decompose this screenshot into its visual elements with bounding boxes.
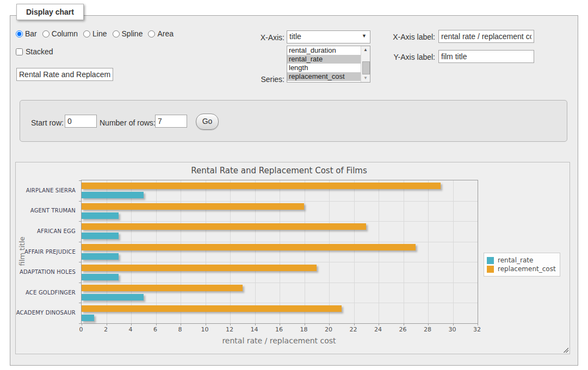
y-category-labels: AIRPLANE SIERRAAGENT TRUMANAFRICAN EGGAF… — [16, 180, 78, 323]
x-tick-mark — [329, 323, 330, 325]
gridline-vertical — [156, 180, 157, 323]
bar-rental_rate — [82, 233, 119, 239]
y-category-label: ADAPTATION HOLES — [20, 269, 76, 275]
x-tick-mark — [156, 323, 157, 325]
gridline-horizontal — [82, 242, 478, 242]
scroll-down-icon[interactable]: ▼ — [361, 74, 370, 82]
scroll-up-icon[interactable]: ▲ — [361, 46, 370, 54]
x-axis-select[interactable]: title ▼ — [287, 30, 370, 43]
x-tick-mark — [453, 323, 454, 325]
x-tick-mark — [206, 323, 206, 325]
bar-rental_rate — [82, 253, 119, 260]
bar-rental_rate — [82, 294, 144, 300]
x-tick-label: 14 — [251, 326, 258, 333]
x-tick-mark — [131, 323, 132, 325]
bar-replacement_cost — [82, 223, 366, 230]
x-tick-label: 12 — [226, 326, 233, 333]
bar-replacement_cost — [82, 203, 304, 210]
series-list-options: rental_durationrental_ratelengthreplacem… — [287, 46, 361, 81]
x-tick-mark — [379, 323, 379, 325]
x-tick-mark — [428, 323, 429, 325]
series-option-rental_rate[interactable]: rental_rate — [287, 55, 361, 64]
stacked-row[interactable]: Stacked — [16, 47, 53, 56]
x-axis-label-input[interactable] — [438, 30, 534, 43]
series-option-replacement_cost[interactable]: replacement_cost — [287, 72, 361, 81]
x-axis-label-label: X-Axis label: — [387, 33, 435, 41]
gridline-vertical — [354, 180, 355, 323]
num-rows-input[interactable] — [155, 115, 187, 128]
gridline-vertical — [107, 180, 107, 323]
legend-label: rental_rate — [498, 256, 533, 264]
x-tick-label: 4 — [129, 326, 133, 333]
chart-type-option-line[interactable]: Line — [83, 29, 107, 38]
bar-rental_rate — [82, 315, 94, 321]
y-category-label: ACADEMY DINOSAUR — [16, 310, 76, 316]
legend-swatch-replacement_cost — [487, 266, 494, 273]
x-tick-label: 28 — [424, 326, 431, 333]
x-tick-label: 16 — [275, 326, 283, 333]
chart-type-option-spline[interactable]: Spline — [113, 29, 143, 38]
chart-type-label: Column — [52, 29, 78, 38]
x-tick-mark — [280, 323, 280, 325]
gridline-horizontal — [82, 283, 478, 283]
scrollbar-thumb[interactable] — [362, 61, 370, 74]
chart-panel: Rental Rate and Replacement Cost of Film… — [15, 162, 570, 354]
gridline-vertical — [404, 180, 404, 323]
chart-type-row: BarColumnLineSplineArea — [16, 29, 177, 38]
y-category-label: AIRPLANE SIERRA — [26, 187, 76, 193]
y-axis-label-label: Y-Axis label: — [387, 53, 435, 61]
y-tick-mark — [79, 303, 82, 303]
chart-type-radio-line[interactable] — [83, 30, 90, 37]
start-row-input[interactable] — [65, 115, 97, 128]
chevron-down-icon: ▼ — [362, 33, 367, 39]
bar-replacement_cost — [82, 265, 317, 271]
series-list-scrollbar[interactable]: ▲ ▼ — [361, 46, 370, 82]
x-tick-label: 8 — [178, 326, 182, 333]
fieldset-legend-title: Display chart — [16, 4, 84, 20]
gridline-vertical — [379, 180, 379, 323]
chart-title-input[interactable] — [16, 68, 113, 81]
y-tick-mark — [79, 323, 82, 324]
chart-type-radio-column[interactable] — [42, 30, 49, 37]
y-category-label: AFFAIR PREJUDICE — [24, 248, 76, 254]
stacked-label: Stacked — [26, 47, 53, 56]
start-row-label: Start row: — [31, 118, 64, 127]
chart-type-radio-bar[interactable] — [16, 30, 23, 37]
x-tick-label: 26 — [399, 326, 407, 333]
bar-rental_rate — [82, 274, 119, 280]
x-tick-mark — [354, 323, 355, 325]
gridline-vertical — [428, 180, 429, 323]
go-button[interactable]: Go — [196, 114, 219, 130]
series-option-rental_duration[interactable]: rental_duration — [287, 46, 361, 55]
x-tick-mark — [478, 323, 478, 325]
legend-swatch-rental_rate — [487, 257, 494, 264]
gridline-horizontal — [82, 303, 478, 303]
chart-type-option-area[interactable]: Area — [148, 29, 174, 38]
chart-type-radio-spline[interactable] — [113, 30, 120, 37]
chart-type-option-bar[interactable]: Bar — [16, 29, 37, 38]
chart-type-radio-area[interactable] — [148, 30, 155, 37]
bar-replacement_cost — [82, 285, 243, 291]
series-option-length[interactable]: length — [287, 64, 361, 72]
y-category-label: ACE GOLDFINGER — [26, 289, 76, 295]
bar-replacement_cost — [82, 305, 342, 312]
series-list[interactable]: rental_durationrental_ratelengthreplacem… — [287, 46, 370, 83]
gridline-horizontal — [82, 201, 478, 202]
y-tick-mark — [79, 262, 82, 262]
gridline-vertical — [329, 180, 330, 323]
x-tick-mark — [181, 323, 181, 325]
chart-type-option-column[interactable]: Column — [42, 29, 78, 38]
legend-entry-rental_rate: rental_rate — [487, 256, 556, 264]
stacked-checkbox[interactable] — [16, 48, 23, 55]
resize-handle-icon[interactable] — [562, 347, 568, 353]
chart-title: Rental Rate and Replacement Cost of Film… — [81, 166, 477, 175]
y-axis-label-input[interactable] — [438, 50, 534, 63]
x-tick-label: 30 — [449, 326, 456, 333]
y-tick-mark — [79, 221, 82, 222]
bar-rental_rate — [82, 192, 144, 198]
num-rows-label: Number of rows: — [100, 118, 156, 127]
x-tick-labels: 02468101214161820222426283032 — [81, 326, 477, 334]
gridline-horizontal — [82, 221, 478, 222]
gridline-vertical — [206, 180, 206, 323]
y-category-label: AGENT TRUMAN — [30, 208, 76, 214]
